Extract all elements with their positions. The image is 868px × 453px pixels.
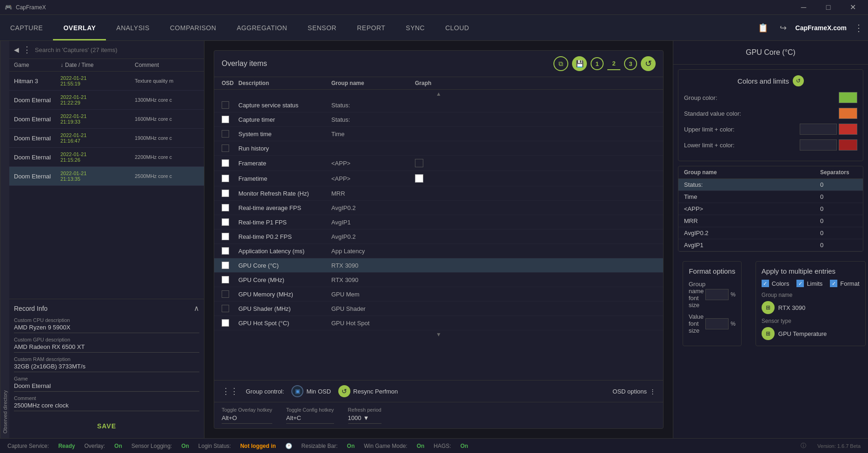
limits-checkbox-item[interactable]: Limits <box>796 280 822 287</box>
osd-checkbox[interactable] <box>222 175 229 182</box>
osd-row[interactable]: GPU Hot Spot (°C) GPU Hot Spot <box>214 316 663 330</box>
table-row[interactable]: Doom Eternal 2022-01-2121:22:29 1300MHz … <box>9 91 204 110</box>
scroll-down-arrow[interactable]: ▼ <box>214 330 663 339</box>
osd-checkbox[interactable] <box>222 116 229 123</box>
osd-row[interactable]: Capture timer Status: <box>214 112 663 127</box>
value-font-input[interactable]: 100 <box>705 318 729 329</box>
minimize-button[interactable]: ─ <box>793 0 814 15</box>
table-row[interactable]: Hitman 3 2022-01-2121:55:19 Texture qual… <box>9 72 204 91</box>
colors-checkbox-item[interactable]: Colors <box>762 280 789 287</box>
colors-checkbox[interactable] <box>762 280 769 287</box>
osd-checkbox[interactable] <box>222 159 229 167</box>
standard-value-color-swatch[interactable] <box>839 108 857 119</box>
osd-row[interactable]: GPU Memory (MHz) GPU Mem <box>214 287 663 302</box>
save-overlay-button[interactable]: 💾 <box>572 56 587 71</box>
nav-report[interactable]: REPORT <box>347 15 395 40</box>
refresh-overlay-button[interactable]: ↺ <box>641 56 656 71</box>
group-sep-row[interactable]: Time 0 <box>678 191 863 203</box>
osd-row[interactable]: Run history <box>214 141 663 156</box>
toggle-overlay-input[interactable]: Alt+O <box>222 414 272 424</box>
group-sep-row[interactable]: Status: 0 <box>678 179 863 191</box>
group-color-swatch[interactable] <box>839 92 857 103</box>
resync-button[interactable]: ↺ Resync Perfmon <box>338 385 398 397</box>
upper-limit-input[interactable] <box>800 124 837 135</box>
copy-button[interactable]: ⧉ <box>553 56 568 71</box>
table-row[interactable]: Doom Eternal 2022-01-2121:15:26 2200MHz … <box>9 148 204 167</box>
osd-row[interactable]: Frametime <APP> <box>214 171 663 186</box>
graph-checkbox[interactable] <box>415 159 423 167</box>
osd-checkbox[interactable] <box>222 101 229 109</box>
observed-directory-tab[interactable]: Observed directory <box>0 41 9 438</box>
format-checkbox[interactable] <box>830 280 837 287</box>
group-sep-row[interactable]: <APP> 0 <box>678 203 863 215</box>
col-comment[interactable]: Comment <box>135 62 209 68</box>
osd-row[interactable]: Application Latency (ms) App Latency <box>214 244 663 258</box>
colors-refresh-button[interactable]: ↺ <box>793 75 804 86</box>
osd-checkbox[interactable] <box>222 262 229 269</box>
osd-row[interactable]: Real-time P0.2 FPS AvgIP0.2 <box>214 230 663 244</box>
table-row[interactable]: Doom Eternal 2022-01-2121:19:33 1600MHz … <box>9 110 204 129</box>
osd-checkbox[interactable] <box>222 130 229 138</box>
osd-checkbox[interactable] <box>222 319 229 327</box>
toggle-config-input[interactable]: Alt+C <box>286 414 334 424</box>
tab-1-button[interactable]: 1 <box>591 57 604 70</box>
osd-row[interactable]: Framerate <APP> <box>214 156 663 171</box>
lower-limit-input[interactable] <box>800 139 837 151</box>
tab-3-button[interactable]: 3 <box>624 57 637 70</box>
osd-checkbox[interactable] <box>222 305 229 312</box>
nav-sensor[interactable]: SENSOR <box>297 15 347 40</box>
table-row[interactable]: Doom Eternal 2022-01-2121:13:35 2500MHz … <box>9 167 204 186</box>
limits-checkbox[interactable] <box>796 280 804 287</box>
group-font-input[interactable]: 100 <box>705 289 729 300</box>
save-button[interactable]: SAVE <box>14 419 199 433</box>
osd-row[interactable]: GPU Shader (MHz) GPU Shader <box>214 302 663 316</box>
osd-row[interactable]: Real-time P1 FPS AvgIP1 <box>214 215 663 230</box>
group-sep-row[interactable]: AvgIP1 0 <box>678 239 863 251</box>
nav-sync[interactable]: SYNC <box>395 15 435 40</box>
nav-capture[interactable]: CAPTURE <box>0 15 53 40</box>
osd-row[interactable]: GPU Core (MHz) RTX 3090 <box>214 273 663 287</box>
lower-limit-color-swatch[interactable] <box>839 139 857 151</box>
osd-checkbox[interactable] <box>222 204 229 211</box>
nav-login-button[interactable]: ↪ <box>775 20 792 36</box>
nav-cloud[interactable]: CLOUD <box>435 15 480 40</box>
osd-row[interactable]: GPU Core (°C) RTX 3090 <box>214 258 663 273</box>
osd-checkbox[interactable] <box>222 233 229 240</box>
col-game[interactable]: Game <box>14 62 60 68</box>
scroll-up-arrow[interactable]: ▲ <box>214 90 663 98</box>
osd-options-button[interactable]: OSD options ⋮ <box>612 388 656 395</box>
format-checkbox-item[interactable]: Format <box>830 280 859 287</box>
osd-row[interactable]: Real-time average FPS AvgIP0.2 <box>214 201 663 215</box>
nav-aggregation[interactable]: AGGREGATION <box>226 15 297 40</box>
nav-screenshot-button[interactable]: 📋 <box>755 20 771 36</box>
close-button[interactable]: ✕ <box>842 0 863 15</box>
maximize-button[interactable]: □ <box>818 0 839 15</box>
sidebar-menu-button[interactable]: ⋮ <box>23 45 31 55</box>
nav-more-button[interactable]: ⋮ <box>854 22 863 33</box>
col-datetime[interactable]: ↓ Date / Time <box>60 62 135 68</box>
table-row[interactable]: Doom Eternal 2022-01-2121:16:47 1900MHz … <box>9 129 204 148</box>
min-osd-button[interactable]: ▣ Min OSD <box>291 385 331 397</box>
refresh-period-select[interactable]: 1000 ▼ <box>348 414 381 424</box>
nav-comparison[interactable]: COMPARISON <box>160 15 227 40</box>
nav-analysis[interactable]: ANALYSIS <box>106 15 159 40</box>
osd-checkbox[interactable] <box>222 247 229 255</box>
group-sep-row[interactable]: MRR 0 <box>678 215 863 227</box>
search-input[interactable] <box>35 46 199 53</box>
osd-checkbox[interactable] <box>222 190 229 197</box>
osd-row[interactable]: Capture service status Status: <box>214 98 663 112</box>
upper-limit-color-swatch[interactable] <box>839 124 857 135</box>
osd-row[interactable]: Monitor Refresh Rate (Hz) MRR <box>214 186 663 201</box>
graph-checkbox[interactable] <box>415 174 423 183</box>
osd-checkbox[interactable] <box>222 290 229 298</box>
nav-overlay[interactable]: OVERLAY <box>53 15 106 40</box>
osd-checkbox[interactable] <box>222 276 229 283</box>
osd-row[interactable]: System time Time <box>214 127 663 141</box>
sidebar-collapse-button[interactable]: ◀ <box>14 46 19 53</box>
osd-checkbox[interactable] <box>222 144 229 152</box>
osd-checkbox[interactable] <box>222 218 229 226</box>
group-control-dots-button[interactable]: ⋮⋮ <box>222 386 238 396</box>
record-info-collapse-button[interactable]: ∧ <box>194 304 199 313</box>
group-sep-row[interactable]: AvgIP0.2 0 <box>678 227 863 239</box>
tab-2-button[interactable]: 2 <box>607 57 620 70</box>
